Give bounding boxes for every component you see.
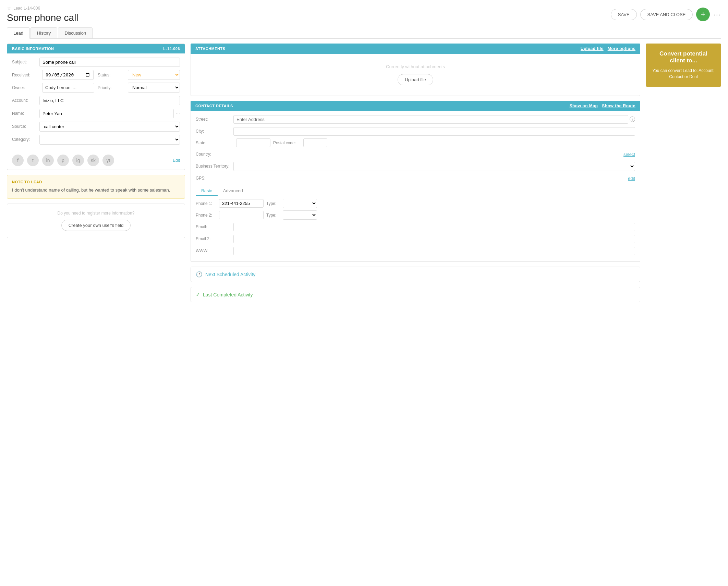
skype-icon[interactable]: sk — [87, 155, 99, 166]
custom-field-hint: Do you need to register more information… — [12, 211, 180, 216]
www-input[interactable] — [233, 247, 635, 255]
city-input[interactable] — [233, 127, 635, 136]
linkedin-icon[interactable]: in — [42, 155, 54, 166]
star-icon[interactable]: ☆ — [7, 5, 11, 11]
biz-territory-select[interactable] — [233, 162, 635, 171]
email2-input[interactable] — [233, 235, 635, 243]
save-and-close-button[interactable]: SAVE AND CLOSE — [640, 9, 693, 20]
tab-lead[interactable]: Lead — [7, 27, 30, 39]
postal-input[interactable] — [303, 138, 327, 147]
owner-label: Owner: — [12, 85, 39, 90]
source-select[interactable]: call center — [39, 122, 180, 132]
plus-icon: + — [701, 10, 705, 19]
state-input[interactable] — [236, 138, 270, 147]
street-row: Street: i — [196, 114, 635, 124]
sub-tab-advanced[interactable]: Advanced — [218, 186, 248, 196]
check-icon: ✓ — [196, 291, 200, 298]
country-select-link[interactable]: select — [623, 152, 635, 157]
lead-id: Lead L-14-006 — [13, 6, 40, 11]
show-on-map-link[interactable]: Show on Map — [570, 103, 598, 108]
priority-half: Priority: Normal — [98, 83, 180, 93]
attachments-card: ATTACHMENTS Upload file More options Cur… — [191, 44, 640, 96]
basic-info-title: BASIC INFORMATION — [12, 47, 54, 51]
owner-value: Cody Lemon — [45, 85, 71, 90]
create-field-button[interactable]: Create your own user's field — [61, 220, 131, 231]
priority-select[interactable]: Normal — [128, 83, 180, 93]
name-dots-icon[interactable]: ··· — [176, 111, 180, 116]
next-activity-header[interactable]: 🕐 Next Scheduled Activity — [191, 267, 640, 282]
instagram-icon[interactable]: ig — [72, 155, 84, 166]
add-button[interactable]: + — [696, 8, 710, 21]
source-label: Source: — [12, 124, 39, 129]
owner-half: Owner: Cody Lemon ··· — [12, 83, 94, 93]
info-icon: i — [630, 117, 635, 122]
name-input[interactable] — [39, 109, 174, 118]
phone1-input[interactable] — [219, 199, 264, 208]
edit-social-link[interactable]: Edit — [173, 158, 180, 163]
account-row: Account: — [12, 95, 180, 106]
received-half: Received: — [12, 70, 94, 80]
more-options-button[interactable]: ··· — [713, 11, 721, 19]
more-options-link[interactable]: More options — [608, 46, 635, 51]
received-input[interactable] — [42, 70, 94, 80]
facebook-icon[interactable]: f — [12, 155, 24, 166]
phone2-label: Phone 2: — [196, 213, 216, 218]
biz-territory-label: Business Territory: — [196, 164, 233, 169]
middle-column: ATTACHMENTS Upload file More options Cur… — [191, 44, 640, 302]
contact-sub-tabs: Basic Advanced — [196, 186, 635, 196]
subject-row: Subject: — [12, 57, 180, 67]
email-row: Email: — [196, 222, 635, 232]
clock-icon: 🕐 — [196, 271, 203, 278]
status-label: Status: — [98, 73, 125, 77]
contact-title: CONTACT DETAILS — [195, 104, 233, 108]
status-select[interactable]: New — [128, 70, 180, 80]
attachments-title: ATTACHMENTS — [195, 47, 226, 51]
account-label: Account: — [12, 98, 39, 103]
tab-history[interactable]: History — [31, 27, 57, 38]
city-row: City: — [196, 126, 635, 136]
next-activity-section: 🕐 Next Scheduled Activity — [191, 267, 640, 282]
upload-file-link[interactable]: Upload file — [581, 46, 604, 51]
subject-input[interactable] — [39, 58, 180, 67]
upload-button[interactable]: Upload file — [398, 74, 433, 85]
status-half: Status: New — [98, 70, 180, 80]
gps-label: GPS: — [196, 176, 233, 181]
basic-info-card: BASIC INFORMATION L-14-006 Subject: Rece… — [7, 44, 185, 170]
sub-tab-basic[interactable]: Basic — [196, 186, 218, 196]
street-input[interactable] — [233, 115, 628, 124]
owner-field: Cody Lemon ··· — [42, 83, 94, 93]
biz-territory-row: Business Territory: — [196, 161, 635, 171]
country-label: Country: — [196, 152, 233, 157]
account-input[interactable] — [39, 96, 180, 105]
lead-id-badge: L-14-006 — [163, 47, 180, 51]
convert-card: Convert potential client to... You can c… — [646, 44, 721, 87]
email-input[interactable] — [233, 223, 635, 231]
note-card: NOTE TO LEAD I don't understand name of … — [7, 175, 185, 199]
phone2-input[interactable] — [219, 211, 264, 219]
phone1-type-select[interactable] — [283, 199, 317, 208]
twitter-icon[interactable]: t — [27, 155, 39, 166]
name-label: Name: — [12, 111, 39, 116]
gps-row: GPS: edit — [196, 173, 635, 183]
source-row: Source: call center — [12, 121, 180, 132]
pinterest-icon[interactable]: p — [57, 155, 69, 166]
tab-discussion[interactable]: Discussion — [58, 27, 93, 38]
last-activity-header[interactable]: ✓ Last Completed Activity — [191, 287, 640, 302]
social-icons-row: f t in p ig sk yt Edit — [7, 151, 185, 170]
owner-dots-icon[interactable]: ··· — [73, 85, 77, 90]
basic-info-header: BASIC INFORMATION L-14-006 — [7, 44, 185, 53]
next-activity-title: Next Scheduled Activity — [205, 272, 255, 277]
phone1-row: Phone 1: Type: — [196, 199, 635, 208]
state-postal-row: State: Postal code: — [196, 138, 635, 147]
category-select[interactable] — [39, 135, 180, 145]
gps-edit-link[interactable]: edit — [628, 176, 635, 181]
phone2-type-select[interactable] — [283, 210, 317, 220]
lead-meta: ☆ Lead L-14-006 — [7, 5, 78, 11]
show-route-link[interactable]: Show the Route — [602, 103, 635, 108]
phone2-type-label: Type: — [266, 213, 280, 218]
youtube-icon[interactable]: yt — [102, 155, 114, 166]
contact-body: Street: i City: State: Postal code: — [191, 111, 640, 262]
postal-label: Postal code: — [273, 141, 301, 145]
save-button[interactable]: SAVE — [611, 9, 637, 20]
note-title: NOTE TO LEAD — [12, 180, 180, 184]
